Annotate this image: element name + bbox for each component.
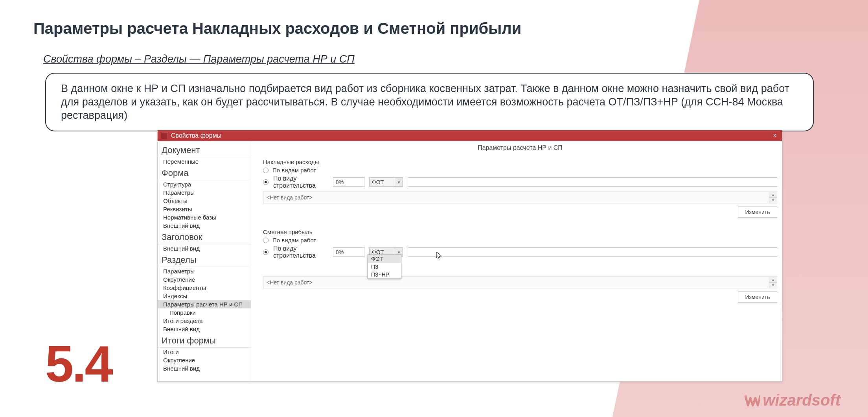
sp-spin-down-icon[interactable]: ▼ — [769, 282, 777, 288]
sp-radio-by-construction-type[interactable] — [263, 249, 268, 255]
sp-change-button[interactable]: Изменить — [738, 292, 777, 303]
sidebar-item[interactable]: Объекты — [158, 197, 251, 205]
chevron-down-icon[interactable]: ▾ — [395, 178, 403, 186]
sidebar-group-title: Итоги формы — [158, 333, 251, 348]
sp-base-dropdown[interactable]: ФОТПЗПЗ+НР — [368, 255, 401, 279]
nr-radio-by-construction-type[interactable] — [263, 179, 268, 185]
description-box: В данном окне к НР и СП изначально подби… — [45, 73, 814, 131]
sidebar-group-title: Форма — [158, 166, 251, 180]
sidebar-item[interactable]: Структура — [158, 180, 251, 188]
sidebar-item[interactable]: Поправки — [158, 308, 251, 317]
brand-icon — [744, 392, 760, 409]
sp-description-input[interactable] — [408, 247, 777, 257]
nr-percent-input[interactable]: 0% — [333, 177, 364, 187]
sidebar-item[interactable]: Внешний вид — [158, 325, 251, 333]
sidebar-item[interactable]: Реквизиты — [158, 205, 251, 213]
nr-radio-by-work-type[interactable] — [263, 168, 268, 173]
sidebar-item[interactable]: Внешний вид — [158, 221, 251, 230]
sidebar-item[interactable]: Индексы — [158, 292, 251, 300]
sidebar-item[interactable]: Внешний вид — [158, 364, 251, 373]
main-title: Параметры расчета НР и СП — [263, 144, 777, 151]
brand-logo: wizardsoft — [744, 391, 840, 409]
sidebar-item[interactable]: Итоги раздела — [158, 317, 251, 325]
nr-work-type-list[interactable]: <Нет вида работ> ▲ ▼ — [263, 192, 777, 203]
sidebar-item[interactable]: Внешний вид — [158, 244, 251, 253]
window-titlebar: Свойства формы × — [158, 130, 782, 141]
sidebar-item[interactable]: Округление — [158, 275, 251, 284]
window-title: Свойства формы — [171, 132, 221, 139]
sidebar-group-title: Документ — [158, 143, 251, 157]
dropdown-option[interactable]: ПЗ+НР — [368, 271, 401, 279]
dropdown-option[interactable]: ПЗ — [368, 263, 401, 271]
sidebar-item[interactable]: Итоги — [158, 348, 251, 356]
sidebar-item[interactable]: Параметры — [158, 188, 251, 197]
sidebar: ДокументПеременныеФормаСтруктураПараметр… — [158, 141, 251, 381]
sp-group-label: Сметная прибыль — [263, 229, 777, 235]
page-title: Параметры расчета Накладных расходов и С… — [33, 20, 521, 37]
description-text: В данном окне к НР и СП изначально подби… — [61, 83, 789, 121]
sidebar-group-title: Разделы — [158, 253, 251, 267]
app-window: Свойства формы × ДокументПеременныеФорма… — [157, 130, 782, 382]
section-number: 5.4 — [45, 334, 112, 393]
cursor-icon — [436, 251, 442, 260]
main-panel: Параметры расчета НР и СП Накладные расх… — [251, 141, 782, 381]
sidebar-item[interactable]: Параметры — [158, 267, 251, 275]
nr-spin-up-icon[interactable]: ▲ — [769, 192, 777, 197]
nr-change-button[interactable]: Изменить — [738, 207, 777, 218]
sidebar-item[interactable]: Переменные — [158, 157, 251, 166]
nr-group-label: Накладные расходы — [263, 159, 777, 165]
sidebar-item[interactable]: Параметры расчета НР и СП — [158, 300, 251, 308]
sidebar-item[interactable]: Нормативные базы — [158, 213, 251, 221]
nr-spin-down-icon[interactable]: ▼ — [769, 197, 777, 203]
breadcrumb: Свойства формы – Разделы — Параметры рас… — [43, 53, 355, 65]
sp-percent-input[interactable]: 0% — [333, 247, 364, 257]
nr-base-select[interactable]: ФОТ ▾ — [369, 177, 403, 187]
dropdown-option[interactable]: ФОТ — [368, 255, 401, 263]
nr-radio2-label: По виду строительства — [273, 175, 328, 189]
app-icon — [161, 132, 168, 139]
nr-description-input[interactable] — [408, 177, 777, 187]
sp-radio-by-work-type[interactable] — [263, 238, 268, 243]
sp-work-type-list[interactable]: <Нет вида работ> ▲ ▼ — [263, 277, 777, 288]
brand-text: wizardsoft — [763, 391, 840, 409]
sidebar-item[interactable]: Коэффициенты — [158, 284, 251, 292]
nr-radio1-label: По видам работ — [272, 167, 316, 173]
sp-radio2-label: По виду строительства — [273, 245, 328, 259]
close-icon[interactable]: × — [771, 132, 779, 139]
sp-spin-up-icon[interactable]: ▲ — [769, 277, 777, 282]
sidebar-group-title: Заголовок — [158, 230, 251, 244]
sidebar-item[interactable]: Округление — [158, 356, 251, 364]
sp-radio1-label: По видам работ — [272, 237, 316, 244]
